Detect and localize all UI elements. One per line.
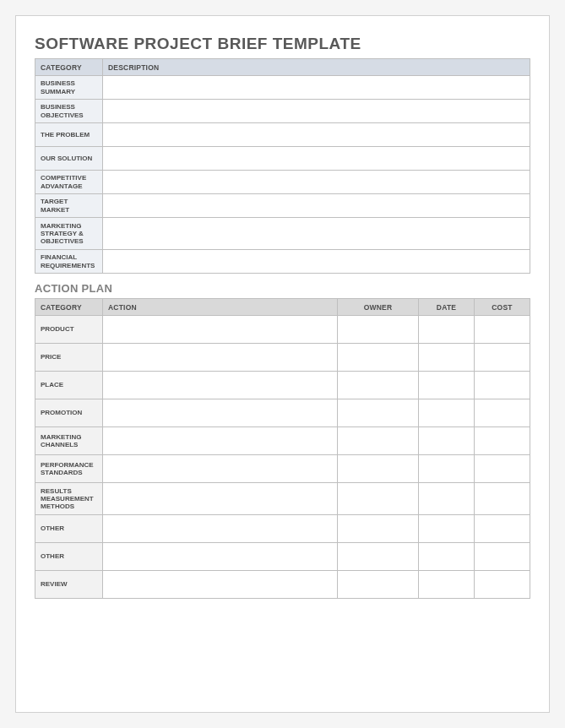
page-title: SOFTWARE PROJECT BRIEF TEMPLATE <box>35 35 530 53</box>
row-label: REVIEW <box>35 571 103 599</box>
row-date <box>419 515 475 543</box>
row-label: OTHER <box>35 543 103 571</box>
row-date <box>419 372 475 399</box>
row-label: PLACE <box>35 372 103 399</box>
row-label: FINANCIAL REQUIREMENTS <box>35 250 103 274</box>
row-cost <box>475 344 530 372</box>
header-category: CATEGORY <box>35 59 103 76</box>
row-label: OUR SOLUTION <box>35 147 103 171</box>
row-cost <box>475 571 530 599</box>
row-owner <box>338 372 419 399</box>
row-label: MARKETING CHANNELS <box>35 427 103 455</box>
row-value <box>103 76 530 100</box>
row-value <box>103 194 530 218</box>
row-value <box>103 100 530 123</box>
row-label: BUSINESS OBJECTIVES <box>35 100 103 123</box>
document-page: SOFTWARE PROJECT BRIEF TEMPLATE CATEGORY… <box>15 15 550 713</box>
row-cost <box>475 483 530 515</box>
row-action <box>103 372 338 399</box>
table-row: BUSINESS SUMMARY <box>35 76 530 100</box>
row-label: COMPETITIVE ADVANTAGE <box>35 171 103 194</box>
row-cost <box>475 455 530 483</box>
table-row: PLACE <box>35 372 530 399</box>
row-date <box>419 399 475 427</box>
table-row: OTHER <box>35 543 530 571</box>
table-row: PERFORMANCE STANDARDS <box>35 455 530 483</box>
row-date <box>419 427 475 455</box>
table-header-row: CATEGORY DESCRIPTION <box>35 59 530 76</box>
row-cost <box>475 543 530 571</box>
row-cost <box>475 427 530 455</box>
row-label: PRODUCT <box>35 316 103 344</box>
row-cost <box>475 515 530 543</box>
row-label: BUSINESS SUMMARY <box>35 76 103 100</box>
row-action <box>103 316 338 344</box>
table-row: THE PROBLEM <box>35 123 530 147</box>
table-row: MARKETING STRATEGY & OBJECTIVES <box>35 218 530 250</box>
row-value <box>103 123 530 147</box>
row-owner <box>338 483 419 515</box>
table-row: OUR SOLUTION <box>35 147 530 171</box>
row-action <box>103 344 338 372</box>
table-row: TARGET MARKET <box>35 194 530 218</box>
row-action <box>103 543 338 571</box>
table-row: PROMOTION <box>35 399 530 427</box>
table-header-row: CATEGORY ACTION OWNER DATE COST <box>35 299 530 316</box>
row-owner <box>338 515 419 543</box>
row-owner <box>338 427 419 455</box>
row-cost <box>475 399 530 427</box>
row-owner <box>338 543 419 571</box>
row-label: OTHER <box>35 515 103 543</box>
row-cost <box>475 372 530 399</box>
row-label: THE PROBLEM <box>35 123 103 147</box>
header-cost: COST <box>475 299 530 316</box>
row-owner <box>338 455 419 483</box>
table-row: COMPETITIVE ADVANTAGE <box>35 171 530 194</box>
header-description: DESCRIPTION <box>103 59 530 76</box>
row-date <box>419 344 475 372</box>
row-label: MARKETING STRATEGY & OBJECTIVES <box>35 218 103 250</box>
row-value <box>103 147 530 171</box>
header-action: ACTION <box>103 299 338 316</box>
action-plan-table: CATEGORY ACTION OWNER DATE COST PRODUCT … <box>35 298 530 599</box>
brief-table: CATEGORY DESCRIPTION BUSINESS SUMMARY BU… <box>35 58 530 274</box>
header-category: CATEGORY <box>35 299 103 316</box>
row-action <box>103 571 338 599</box>
row-label: TARGET MARKET <box>35 194 103 218</box>
row-cost <box>475 316 530 344</box>
row-date <box>419 316 475 344</box>
row-owner <box>338 571 419 599</box>
row-action <box>103 427 338 455</box>
row-value <box>103 250 530 274</box>
row-action <box>103 399 338 427</box>
row-date <box>419 483 475 515</box>
row-action <box>103 515 338 543</box>
row-action <box>103 483 338 515</box>
row-label: PROMOTION <box>35 399 103 427</box>
header-date: DATE <box>419 299 475 316</box>
row-value <box>103 218 530 250</box>
table-row: REVIEW <box>35 571 530 599</box>
row-label: RESULTS MEASUREMENT METHODS <box>35 483 103 515</box>
table-row: FINANCIAL REQUIREMENTS <box>35 250 530 274</box>
row-action <box>103 455 338 483</box>
row-value <box>103 171 530 194</box>
row-owner <box>338 316 419 344</box>
row-label: PRICE <box>35 344 103 372</box>
table-row: PRICE <box>35 344 530 372</box>
row-owner <box>338 344 419 372</box>
header-owner: OWNER <box>338 299 419 316</box>
row-date <box>419 543 475 571</box>
table-row: MARKETING CHANNELS <box>35 427 530 455</box>
row-date <box>419 455 475 483</box>
table-row: RESULTS MEASUREMENT METHODS <box>35 483 530 515</box>
table-row: PRODUCT <box>35 316 530 344</box>
table-row: OTHER <box>35 515 530 543</box>
row-date <box>419 571 475 599</box>
action-plan-heading: ACTION PLAN <box>35 282 530 295</box>
row-owner <box>338 399 419 427</box>
row-label: PERFORMANCE STANDARDS <box>35 455 103 483</box>
table-row: BUSINESS OBJECTIVES <box>35 100 530 123</box>
